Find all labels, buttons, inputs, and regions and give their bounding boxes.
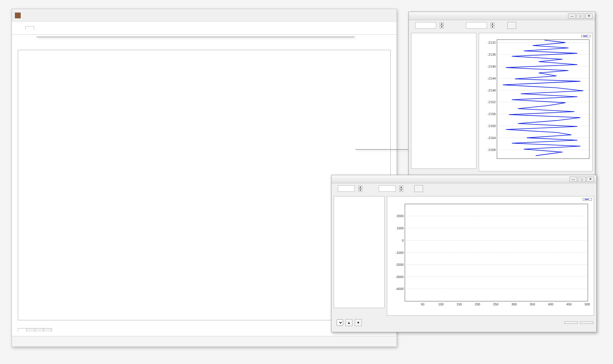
svg-text:-2140: -2140 [487, 65, 496, 68]
batch-convert-submenu [355, 149, 408, 150]
up-button[interactable]: ▲ [345, 319, 352, 326]
menu-old-version[interactable] [47, 27, 55, 30]
tab-other-info[interactable] [43, 328, 52, 332]
svg-text:100: 100 [438, 303, 444, 306]
svg-text:-2132: -2132 [487, 41, 496, 44]
dv1-refresh-button[interactable] [507, 22, 516, 29]
svg-text:-2168: -2168 [487, 148, 496, 152]
dataviewer-pwf4-window: — □ ✕ ▲▼ ▲▼ [331, 175, 597, 332]
menu-file[interactable] [15, 27, 23, 30]
svg-text:500: 500 [584, 303, 590, 306]
svg-text:200: 200 [475, 303, 480, 306]
svg-text:-2160: -2160 [487, 124, 496, 128]
svg-text:-3000: -3000 [395, 275, 404, 279]
svg-text:-2164: -2164 [487, 136, 496, 140]
spinner-icon[interactable]: ▲▼ [399, 185, 403, 192]
svg-text:-1000: -1000 [395, 251, 404, 254]
dv1-plot[interactable]: -2132-2136-2140-2144-2148-2152-2156-2160… [479, 33, 593, 171]
svg-text:0: 0 [402, 239, 404, 242]
menu-help[interactable] [57, 27, 66, 30]
svg-text:400: 400 [548, 303, 553, 306]
minimize-icon[interactable]: — [570, 177, 577, 182]
dv2-end-input[interactable] [379, 185, 396, 192]
tab-help-info[interactable] [35, 328, 43, 332]
dv2-plot[interactable]: 200010000-1000-2000-3000-4000 5010015020… [387, 196, 594, 316]
dv1-toolbar: ▲▼ ▲▼ [409, 20, 595, 31]
svg-text:300: 300 [511, 303, 517, 306]
main-titlebar[interactable] [12, 9, 397, 22]
export-button[interactable] [564, 321, 578, 324]
svg-text:350: 350 [530, 303, 535, 306]
svg-rect-20 [497, 40, 589, 159]
maximize-icon[interactable]: □ [578, 177, 586, 182]
dv2-titlebar[interactable]: — □ ✕ [331, 175, 596, 183]
down-button[interactable]: ▼ [355, 319, 362, 326]
dv1-start-input[interactable] [415, 22, 436, 29]
dv2-toolbar: ▲▼ ▲▼ [331, 183, 596, 194]
svg-text:-2000: -2000 [395, 263, 404, 266]
tab-graph-display[interactable] [26, 328, 35, 332]
svg-text:-2148: -2148 [487, 89, 496, 92]
dv1-titlebar[interactable]: — □ ✕ [409, 12, 595, 20]
dv2-refresh-button[interactable] [414, 185, 423, 192]
app-icon [15, 13, 21, 18]
tab-curve-list[interactable] [18, 328, 27, 332]
maximize-icon[interactable]: □ [577, 13, 584, 19]
svg-text:450: 450 [566, 303, 572, 306]
dataviewer-gr-window: — □ ✕ ▲▼ ▲▼ [408, 12, 595, 178]
close-icon[interactable]: ✕ [585, 13, 593, 19]
menu-settings[interactable] [36, 27, 45, 30]
dv2-curve-select[interactable] [337, 319, 343, 326]
svg-text:-2144: -2144 [487, 77, 496, 80]
dv2-data-table[interactable] [334, 196, 385, 308]
dv1-data-table[interactable] [411, 33, 476, 169]
dv2-legend [583, 198, 592, 201]
statusbar [12, 336, 397, 347]
format-convert-dropdown [36, 37, 354, 37]
svg-text:1000: 1000 [397, 226, 404, 230]
menubar [12, 22, 397, 35]
svg-text:250: 250 [493, 303, 499, 306]
minimize-icon[interactable]: — [568, 13, 576, 19]
svg-text:50: 50 [421, 303, 424, 306]
svg-text:150: 150 [457, 303, 462, 306]
menu-format-convert[interactable] [25, 26, 34, 30]
spinner-icon[interactable]: ▲▼ [358, 185, 362, 192]
dv2-footer: ▲ ▼ [331, 318, 596, 328]
dv1-end-input[interactable] [466, 22, 487, 29]
bottom-tabs [18, 328, 52, 332]
close-button[interactable] [580, 321, 593, 324]
gr-curve-path [503, 40, 584, 156]
spinner-icon[interactable]: ▲▼ [490, 22, 495, 29]
svg-text:-2156: -2156 [487, 112, 496, 116]
svg-text:2000: 2000 [397, 214, 404, 218]
dv1-legend [581, 35, 591, 37]
svg-text:-2136: -2136 [487, 53, 496, 56]
svg-text:-4000: -4000 [395, 287, 404, 291]
close-icon[interactable]: ✕ [586, 177, 594, 182]
dv2-start-input[interactable] [338, 185, 355, 192]
spinner-icon[interactable]: ▲▼ [440, 22, 444, 29]
svg-text:-2152: -2152 [487, 100, 496, 104]
